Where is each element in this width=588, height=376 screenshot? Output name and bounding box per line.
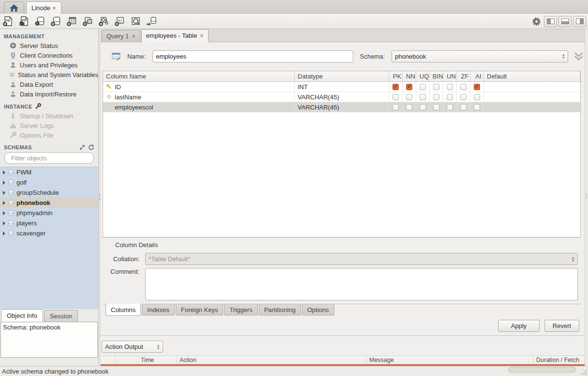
tab-foreign-keys[interactable]: Foreign Keys: [176, 304, 224, 315]
sidebar-item-server-status[interactable]: Server Status: [0, 41, 98, 50]
column-row-lastname[interactable]: lastName VARCHAR(45): [103, 92, 580, 102]
nn-checkbox[interactable]: [406, 84, 412, 90]
schema-filter-input[interactable]: [11, 155, 96, 162]
reconnect-dbms-button[interactable]: [144, 15, 160, 28]
ai-checkbox[interactable]: [474, 84, 480, 90]
refresh-schemas-icon[interactable]: [88, 144, 94, 150]
sidebar-item-server-logs[interactable]: Server Logs: [0, 121, 98, 130]
column-row-id[interactable]: ID INT: [103, 82, 580, 92]
comment-textarea[interactable]: [145, 268, 578, 300]
table-name-input[interactable]: [152, 50, 353, 63]
sidebar-item-client-connections[interactable]: Client Connections: [0, 50, 98, 60]
ai-checkbox[interactable]: [474, 94, 480, 100]
sidebar-item-users-privileges[interactable]: Users and Privileges: [0, 60, 98, 70]
tab-indexes[interactable]: Indexes: [142, 304, 175, 315]
expand-arrow-icon[interactable]: [3, 181, 5, 185]
tab-partitioning[interactable]: Partitioning: [259, 304, 301, 315]
sidebar-item-data-import[interactable]: Data Import/Restore: [0, 89, 98, 99]
schema-filter[interactable]: [4, 152, 94, 164]
create-table-button[interactable]: [64, 15, 80, 28]
tab-query-1[interactable]: Query 1: [102, 30, 140, 42]
header-pk[interactable]: PK: [389, 71, 403, 81]
horizontal-scrollbar-thumb[interactable]: [508, 367, 576, 373]
column-default[interactable]: [484, 102, 580, 112]
expand-arrow-icon[interactable]: [3, 201, 5, 205]
zf-checkbox[interactable]: [460, 104, 467, 110]
tab-triggers[interactable]: Triggers: [224, 304, 257, 315]
sidebar-item-startup-shutdown[interactable]: Startup / Shutdown: [0, 111, 98, 121]
column-default[interactable]: [484, 92, 580, 102]
pk-checkbox[interactable]: [392, 104, 399, 110]
apply-button[interactable]: Apply: [498, 320, 540, 332]
pk-checkbox[interactable]: [392, 84, 399, 90]
connection-tab[interactable]: Linode: [26, 1, 61, 14]
schema-node-golf[interactable]: golf: [0, 177, 98, 188]
column-datatype[interactable]: VARCHAR(45): [295, 92, 389, 102]
tab-session[interactable]: Session: [44, 310, 78, 322]
schema-node-scavenger[interactable]: scavenger: [0, 228, 98, 238]
nn-checkbox[interactable]: [406, 94, 412, 100]
output-view-select[interactable]: Action Output ▲▼: [102, 341, 163, 353]
schema-node-players[interactable]: players: [0, 218, 98, 228]
header-uq[interactable]: UQ: [416, 71, 430, 81]
sidebar-item-options-file[interactable]: Options File: [0, 130, 98, 140]
column-datatype[interactable]: INT: [295, 82, 389, 92]
pk-checkbox[interactable]: [392, 94, 399, 100]
inspect-database-button[interactable]: i: [32, 15, 48, 28]
header-message[interactable]: Message: [367, 356, 534, 364]
expand-arrow-icon[interactable]: [3, 171, 5, 174]
toggle-right-sidebar-button[interactable]: [573, 16, 586, 27]
un-checkbox[interactable]: [447, 84, 453, 90]
tab-columns[interactable]: Columns: [106, 304, 141, 316]
expand-form-chevron-icon[interactable]: [573, 51, 585, 61]
bin-checkbox[interactable]: [433, 104, 439, 110]
un-checkbox[interactable]: [447, 94, 453, 100]
header-time[interactable]: Time: [138, 356, 177, 364]
close-icon[interactable]: [132, 33, 136, 39]
column-default[interactable]: [484, 82, 580, 92]
schema-node-phpmyadmin[interactable]: phpmyadmin: [0, 208, 98, 218]
expand-arrow-icon[interactable]: [3, 191, 5, 195]
uq-checkbox[interactable]: [420, 104, 426, 110]
right-splitter[interactable]: [585, 29, 588, 366]
create-view-button[interactable]: [80, 15, 96, 28]
toggle-bottom-panel-button[interactable]: [558, 16, 572, 27]
expand-arrow-icon[interactable]: [3, 211, 5, 215]
revert-button[interactable]: Revert: [544, 320, 579, 332]
sidebar-item-system-variables[interactable]: Status and System Variables: [0, 70, 98, 79]
header-datatype[interactable]: Datatype: [295, 71, 389, 81]
header-nn[interactable]: NN: [403, 71, 416, 81]
bin-checkbox[interactable]: [433, 84, 439, 90]
ai-checkbox[interactable]: [474, 104, 480, 110]
header-ai[interactable]: AI: [470, 71, 484, 81]
column-datatype[interactable]: VARCHAR(45): [295, 102, 389, 112]
open-sql-script-button[interactable]: SQL: [16, 15, 32, 28]
tab-object-info[interactable]: Object Info: [1, 309, 43, 322]
uq-checkbox[interactable]: [420, 94, 426, 100]
nn-checkbox[interactable]: [406, 104, 412, 110]
header-default[interactable]: Default: [484, 71, 580, 81]
schema-select[interactable]: phonebook ▲▼: [392, 50, 568, 63]
header-column-name[interactable]: Column Name: [103, 71, 295, 81]
schema-node-fwm[interactable]: FWM: [0, 167, 98, 177]
preferences-gear-button[interactable]: [530, 15, 543, 28]
bin-checkbox[interactable]: [433, 94, 439, 100]
schema-node-phonebook[interactable]: phonebook: [0, 198, 98, 208]
header-bin[interactable]: BIN: [430, 71, 443, 81]
create-function-button[interactable]: f(): [112, 15, 128, 28]
tab-employees-table[interactable]: employees - Table: [141, 29, 209, 42]
un-checkbox[interactable]: [447, 104, 453, 110]
create-procedure-button[interactable]: [96, 15, 112, 28]
expand-arrow-icon[interactable]: [3, 221, 5, 225]
expand-arrow-icon[interactable]: [3, 232, 5, 235]
close-icon[interactable]: [52, 5, 56, 11]
header-zf[interactable]: ZF: [457, 71, 470, 81]
zf-checkbox[interactable]: [460, 94, 467, 100]
sidebar-item-data-export[interactable]: Data Export: [0, 79, 98, 89]
header-duration-fetch[interactable]: Duration / Fetch: [534, 356, 585, 364]
zf-checkbox[interactable]: [460, 84, 467, 90]
header-un[interactable]: UN: [443, 71, 457, 81]
window-resize-grip[interactable]: [586, 374, 587, 375]
search-table-data-button[interactable]: [128, 15, 144, 28]
uq-checkbox[interactable]: [420, 84, 426, 90]
